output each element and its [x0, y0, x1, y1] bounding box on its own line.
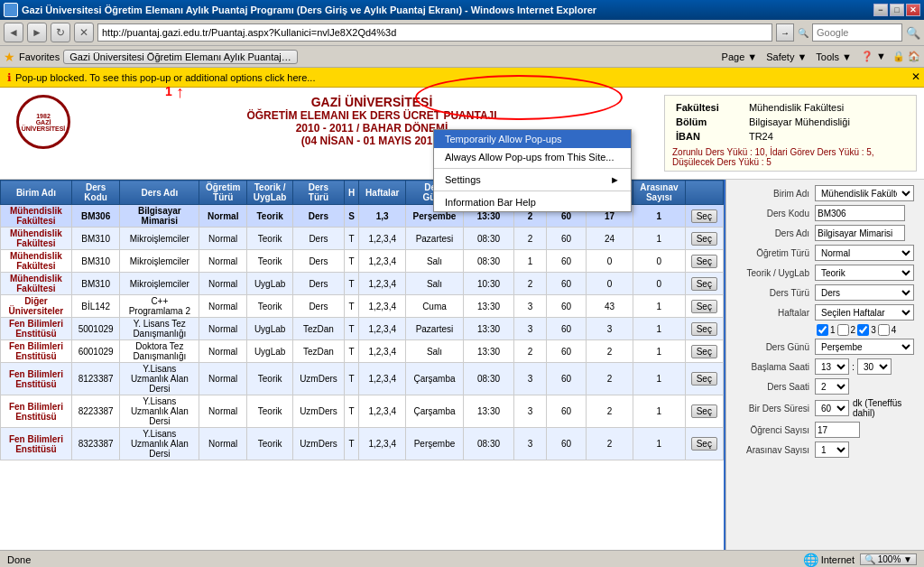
col-arasinav: ArasınavSayısı — [633, 181, 685, 205]
popup-dropdown-menu: Temporarily Allow Pop-ups Always Allow P… — [433, 129, 632, 212]
sec-button[interactable]: Seç — [691, 255, 717, 268]
arasinav-select[interactable]: 1 — [815, 442, 849, 458]
header-title-line2: ÖĞRETİM ELEMANI EK DERS ÜCRET PUANTAJI — [79, 109, 664, 122]
search-input[interactable] — [812, 23, 902, 42]
ders-saati-select[interactable]: 2 — [815, 378, 849, 395]
popup-menu-item-2[interactable]: Always Allow Pop-ups from This Site... — [434, 148, 631, 166]
table-row: Fen BilimleriEnstitüsü6001029Doktora Tez… — [1, 340, 724, 363]
birim-adi-select[interactable]: Mühendislik Fakültesi — [815, 185, 914, 201]
table-cell: MühendislikFakültesi — [1, 205, 72, 228]
table-cell: 0 — [633, 250, 685, 273]
baslama-saati-row: Başlama Saati 13 : 30 — [732, 358, 919, 375]
info-icon: ℹ — [7, 71, 12, 84]
go-button[interactable]: → — [776, 23, 794, 42]
safety-menu-button[interactable]: Safety ▼ — [763, 51, 809, 63]
fakultesi-label: Fakültesi — [674, 101, 745, 114]
ders-kodu-input[interactable] — [815, 205, 905, 221]
hafta-2-checkbox[interactable] — [837, 324, 849, 336]
table-cell: 60 — [547, 318, 587, 340]
ders-turu-row: Ders Türü Ders — [732, 284, 919, 301]
toolbar-right: Page ▼ Safety ▼ Tools ▼ ❓ ▼ 🔒 🏠 — [719, 50, 920, 63]
haftalar-select[interactable]: Seçilen Haftalar — [815, 304, 914, 321]
ders-adi-input[interactable] — [815, 225, 905, 241]
popup-menu-item-4[interactable]: Information Bar Help — [434, 193, 631, 211]
sec-button[interactable]: Seç — [691, 322, 717, 336]
table-cell: Fen BilimleriEnstitüsü — [1, 363, 72, 395]
refresh-button[interactable]: ↻ — [51, 23, 70, 42]
submenu-arrow-icon: ► — [610, 174, 620, 185]
help-menu-button[interactable]: ❓ ▼ — [858, 50, 889, 63]
popup-close-button[interactable]: ✕ — [911, 70, 920, 83]
zoom-button[interactable]: 🔍 100% ▼ — [860, 553, 917, 565]
sec-button[interactable]: Seç — [691, 372, 717, 386]
internet-label: Internet — [821, 554, 855, 565]
sec-button[interactable]: Seç — [691, 437, 717, 451]
ders-kodu-label: Ders Kodu — [732, 209, 813, 218]
table-cell: Normal — [199, 318, 247, 340]
popup-notification-bar[interactable]: ℹ Pop-up blocked. To see this pop-up or … — [0, 68, 924, 88]
stop-button[interactable]: ✕ — [74, 23, 94, 42]
table-cell: 1,2,3,4 — [359, 228, 406, 250]
baslama-saat-select[interactable]: 13 — [815, 358, 849, 375]
hafta-4-checkbox[interactable] — [878, 324, 890, 336]
table-cell: Ders — [293, 250, 345, 273]
table-cell: Mikroişlemciler — [120, 228, 199, 250]
teor-lab-select[interactable]: Teorik — [815, 265, 914, 281]
sec-button[interactable]: Seç — [691, 404, 717, 418]
popup-menu-item-1[interactable]: Temporarily Allow Pop-ups — [434, 130, 631, 148]
table-cell: 1,2,3,4 — [359, 428, 406, 460]
bolum-label: Bölüm — [674, 116, 745, 128]
table-cell: UygLab — [247, 273, 293, 295]
status-right: 🌐 Internet 🔍 100% ▼ — [803, 553, 917, 567]
table-cell: 08:30 — [463, 250, 513, 273]
col-ders-adi: Ders Adı — [120, 181, 199, 205]
sure-select[interactable]: 60 — [815, 400, 849, 416]
zorunlu-info: Zorunlu Ders Yükü : 10, İdari Görev Ders… — [672, 147, 909, 167]
table-cell: 10:30 — [463, 273, 513, 295]
table-cell: 13:30 — [463, 295, 513, 318]
table-cell: 3 — [514, 295, 547, 318]
hafta-1-checkbox[interactable] — [817, 324, 828, 336]
tools-menu-button[interactable]: Tools ▼ — [813, 51, 855, 63]
address-bar[interactable] — [97, 23, 772, 42]
ders-gunu-select[interactable]: Perşembe — [815, 339, 914, 355]
forward-button[interactable]: ► — [27, 23, 47, 42]
back-button[interactable]: ◄ — [4, 23, 23, 42]
table-cell: 13:30 — [463, 318, 513, 340]
ders-turu-select[interactable]: Ders — [815, 284, 914, 301]
table-cell: TezDan — [293, 340, 345, 363]
haftalar-checkboxes: 1 2 3 4 — [817, 324, 919, 336]
table-cell: 1,2,3,4 — [359, 273, 406, 295]
table-row: MühendislikFakültesiBM310Mikroişlemciler… — [1, 228, 724, 250]
hafta-3-checkbox[interactable] — [857, 324, 869, 336]
page-menu-button[interactable]: Page ▼ — [719, 51, 761, 63]
ogr-turu-select[interactable]: Normal — [815, 245, 914, 261]
table-cell: Teorik — [247, 363, 293, 395]
window-controls[interactable]: − □ ✕ — [873, 4, 920, 16]
ogr-turu-row: Öğretim Türü Normal — [732, 245, 919, 261]
ogrenci-sayisi-input[interactable] — [815, 422, 860, 438]
sec-button[interactable]: Seç — [691, 232, 717, 246]
table-cell: Fen BilimleriEnstitüsü — [1, 318, 72, 340]
search-go-icon[interactable]: 🔍 — [906, 26, 920, 40]
baslama-dakika-select[interactable]: 30 — [857, 358, 892, 375]
table-cell: T — [344, 228, 359, 250]
sec-button[interactable]: Seç — [691, 277, 717, 291]
table-cell: 1 — [633, 395, 685, 428]
minimize-button[interactable]: − — [873, 4, 888, 16]
table-cell: Teorik — [247, 250, 293, 273]
bolum-value: Bilgisayar Mühendisliği — [747, 116, 907, 128]
table-cell: 1,2,3,4 — [359, 363, 406, 395]
maximize-button[interactable]: □ — [890, 4, 904, 16]
table-cell: Normal — [199, 250, 247, 273]
table-cell: MühendislikFakültesi — [1, 250, 72, 273]
data-table: Birim Adı DersKodu Ders Adı ÖğretimTürü … — [0, 180, 724, 460]
table-cell: UzmDers — [293, 395, 345, 428]
popup-menu-item-3[interactable]: Settings ► — [434, 171, 631, 189]
sec-button[interactable]: Seç — [691, 209, 717, 223]
sec-button[interactable]: Seç — [691, 300, 717, 313]
sec-button[interactable]: Seç — [691, 345, 717, 358]
close-button[interactable]: ✕ — [906, 4, 920, 16]
favorites-item-1[interactable]: Gazi Üniversitesi Öğretim Elemanı Aylık … — [63, 50, 298, 64]
table-cell: Normal — [199, 295, 247, 318]
